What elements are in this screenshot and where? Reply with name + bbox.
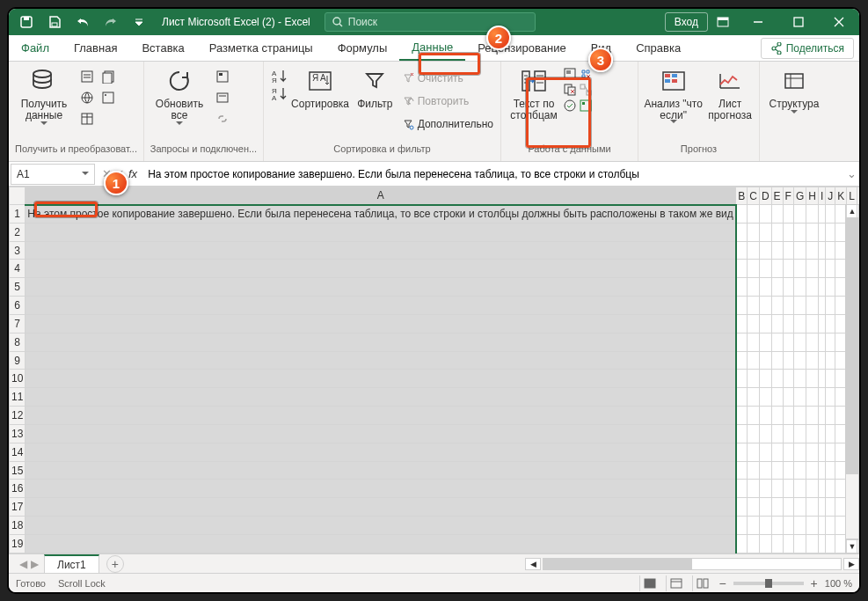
cell[interactable] <box>818 370 825 388</box>
cell[interactable] <box>748 241 760 260</box>
col-header[interactable]: J <box>826 187 835 205</box>
cell[interactable] <box>736 480 748 498</box>
structure-button[interactable]: Структура <box>763 63 825 136</box>
cell[interactable] <box>771 205 783 224</box>
cell[interactable] <box>783 498 793 517</box>
fx-icon[interactable]: fx <box>128 167 137 180</box>
cell[interactable] <box>759 517 771 535</box>
cell[interactable] <box>793 278 806 297</box>
cell[interactable] <box>748 534 760 553</box>
horizontal-scrollbar[interactable]: ◀ ▶ <box>525 556 859 572</box>
row-header[interactable]: 14 <box>10 443 26 461</box>
cell[interactable] <box>759 370 771 388</box>
cell[interactable] <box>771 351 783 370</box>
row-header[interactable]: 2 <box>10 223 26 241</box>
tab-formulas[interactable]: Формулы <box>325 35 400 61</box>
cell[interactable] <box>736 241 748 260</box>
cell[interactable] <box>818 388 825 407</box>
row-header[interactable]: 17 <box>10 498 26 517</box>
cell[interactable] <box>771 388 783 407</box>
cell[interactable] <box>736 443 748 461</box>
cell[interactable] <box>793 388 806 407</box>
cell[interactable] <box>826 297 835 315</box>
row-header[interactable]: 16 <box>10 480 26 498</box>
cell[interactable] <box>771 333 783 351</box>
cell[interactable] <box>26 388 736 407</box>
cell[interactable] <box>793 424 806 443</box>
cell[interactable] <box>748 443 760 461</box>
cell[interactable] <box>736 278 748 297</box>
cell[interactable] <box>826 278 835 297</box>
zoom-in-button[interactable]: + <box>811 576 818 590</box>
cell[interactable] <box>759 241 771 260</box>
cell[interactable] <box>759 388 771 407</box>
col-header[interactable]: F <box>783 187 793 205</box>
cell[interactable] <box>826 370 835 388</box>
forecast-sheet-button[interactable]: Листпрогноза <box>704 63 755 136</box>
cell[interactable] <box>793 351 806 370</box>
cell[interactable] <box>783 517 793 535</box>
from-web-icon[interactable] <box>77 88 97 107</box>
tab-pagelayout[interactable]: Разметка страницы <box>197 35 325 61</box>
cell[interactable] <box>826 241 835 260</box>
select-all-corner[interactable] <box>10 187 26 205</box>
cell[interactable] <box>793 241 806 260</box>
cell[interactable] <box>806 498 819 517</box>
row-header[interactable]: 13 <box>10 424 26 443</box>
cell[interactable] <box>736 407 748 425</box>
cell[interactable] <box>818 333 825 351</box>
share-button[interactable]: Поделиться <box>761 38 854 59</box>
cell[interactable] <box>783 388 793 407</box>
cell[interactable] <box>793 314 806 333</box>
cell[interactable] <box>793 333 806 351</box>
cell[interactable] <box>826 424 835 443</box>
cell[interactable] <box>26 370 736 388</box>
data-validation-icon[interactable] <box>563 99 577 113</box>
cell[interactable] <box>806 461 819 480</box>
autosave-toggle[interactable] <box>12 10 40 34</box>
cell[interactable] <box>748 223 760 241</box>
text-to-columns-button[interactable]: Текст постолбцам <box>505 63 563 136</box>
cell[interactable] <box>759 424 771 443</box>
cell[interactable] <box>748 278 760 297</box>
cell[interactable] <box>818 241 825 260</box>
cell[interactable] <box>759 260 771 278</box>
cell[interactable] <box>26 314 736 333</box>
cell[interactable] <box>818 517 825 535</box>
cell[interactable] <box>26 461 736 480</box>
cell[interactable] <box>736 297 748 315</box>
cell[interactable] <box>26 278 736 297</box>
reapply-button[interactable]: Повторить <box>398 90 497 113</box>
cell[interactable] <box>771 241 783 260</box>
cell[interactable] <box>26 223 736 241</box>
from-table-icon[interactable] <box>77 109 97 128</box>
cell[interactable] <box>771 480 783 498</box>
row-header[interactable]: 19 <box>10 534 26 553</box>
cell[interactable] <box>818 314 825 333</box>
cell[interactable] <box>26 498 736 517</box>
cell[interactable] <box>748 205 760 224</box>
cell[interactable] <box>793 297 806 315</box>
ribbon-display-options[interactable] <box>708 9 738 35</box>
cell[interactable] <box>771 517 783 535</box>
cell[interactable] <box>818 534 825 553</box>
cell[interactable] <box>783 534 793 553</box>
row-header[interactable]: 4 <box>10 260 26 278</box>
cell[interactable] <box>748 517 760 535</box>
cell[interactable] <box>806 480 819 498</box>
cell[interactable] <box>783 407 793 425</box>
cell[interactable] <box>783 351 793 370</box>
vertical-scrollbar[interactable] <box>845 218 859 539</box>
cell[interactable] <box>771 314 783 333</box>
cell[interactable] <box>783 461 793 480</box>
cell[interactable] <box>818 480 825 498</box>
cell[interactable] <box>783 223 793 241</box>
remove-duplicates-icon[interactable] <box>563 83 577 97</box>
maximize-button[interactable] <box>778 9 819 35</box>
cell[interactable] <box>771 370 783 388</box>
cell[interactable] <box>783 260 793 278</box>
prev-sheet-icon[interactable]: ◀ <box>19 558 27 570</box>
col-header[interactable]: D <box>759 187 771 205</box>
cell[interactable] <box>818 461 825 480</box>
properties-icon[interactable] <box>213 88 232 107</box>
